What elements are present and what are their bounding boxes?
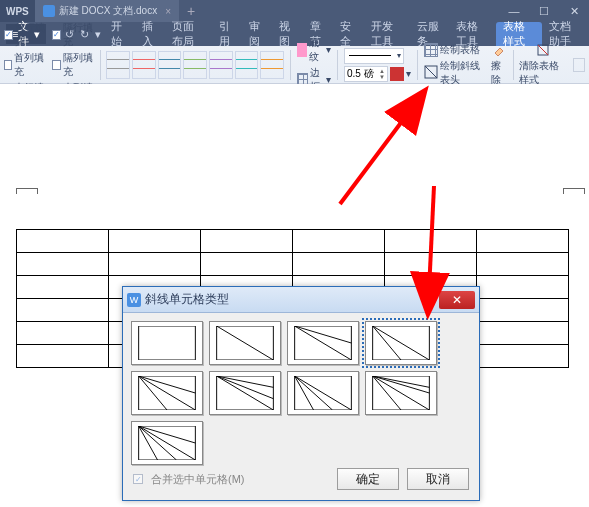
- cancel-button[interactable]: 取消: [407, 468, 469, 490]
- svg-line-11: [373, 326, 430, 360]
- merge-cells-label: 合并选中单元格(M): [151, 472, 245, 487]
- clear-style-button[interactable]: 清除表格样式: [519, 43, 567, 87]
- tab-security[interactable]: 安全: [333, 22, 363, 46]
- diag-type-7[interactable]: [365, 371, 437, 415]
- diag-type-none[interactable]: [131, 321, 203, 365]
- dialog-close-button[interactable]: ✕: [439, 291, 475, 309]
- diag-type-5[interactable]: [209, 371, 281, 415]
- svg-rect-4: [139, 326, 196, 360]
- table-style-6[interactable]: [235, 51, 259, 79]
- svg-line-20: [217, 376, 274, 399]
- ruler-mark-left: [16, 188, 38, 194]
- table-styles-gallery[interactable]: [106, 51, 284, 79]
- line-style-select[interactable]: ▾: [344, 48, 404, 64]
- svg-line-16: [139, 376, 167, 410]
- svg-line-23: [295, 376, 314, 410]
- diag-type-4[interactable]: [131, 371, 203, 415]
- svg-line-3: [538, 45, 548, 55]
- ruler-mark-right: [563, 188, 585, 194]
- diag-type-3[interactable]: [365, 321, 437, 365]
- draw-table-icon: [424, 43, 438, 57]
- diag-type-1[interactable]: [209, 321, 281, 365]
- ribbon: ✓首行填充 ✓隔行填充 首列填充 隔列填充 末行填充 末列填充 底纹▾ 边框▾ …: [0, 46, 589, 84]
- dialog-body: [123, 313, 479, 479]
- close-tab-icon[interactable]: ×: [165, 6, 171, 17]
- shading-button[interactable]: 底纹▾: [297, 36, 331, 64]
- diagonal-header-icon: [424, 65, 438, 81]
- svg-line-14: [139, 376, 196, 410]
- checkbox-banded-row[interactable]: ✓: [52, 30, 61, 40]
- tab-devtools[interactable]: 开发工具: [364, 22, 411, 46]
- svg-line-24: [295, 376, 333, 410]
- table-style-3[interactable]: [158, 51, 182, 79]
- tab-references[interactable]: 引用: [212, 22, 242, 46]
- svg-line-12: [373, 326, 401, 360]
- tab-layout[interactable]: 页面布局: [165, 22, 212, 46]
- document-title: 新建 DOCX 文档.docx: [59, 4, 157, 18]
- diagonal-cell-dialog: W 斜线单元格类型 ✕ ✓ 合并选中单元格(M) 确定 取消: [122, 286, 480, 501]
- svg-line-33: [139, 426, 177, 460]
- draw-table-button[interactable]: 绘制表格: [424, 43, 485, 57]
- dialog-titlebar: W 斜线单元格类型 ✕: [123, 287, 479, 313]
- svg-line-19: [217, 376, 274, 387]
- tab-insert[interactable]: 插入: [135, 22, 165, 46]
- table-style-5[interactable]: [209, 51, 233, 79]
- ok-button[interactable]: 确定: [337, 468, 399, 490]
- paint-bucket-icon: [297, 43, 307, 57]
- line-width-spinner[interactable]: ▲▼: [344, 66, 388, 82]
- draw-diagonal-button[interactable]: 绘制斜线表头: [424, 59, 485, 87]
- svg-line-27: [373, 376, 430, 393]
- new-tab-button[interactable]: +: [179, 3, 203, 19]
- quickbar-dropdown-icon[interactable]: ▾: [92, 28, 104, 41]
- eraser-icon: [492, 43, 506, 59]
- diag-type-6[interactable]: [287, 371, 359, 415]
- table-style-1[interactable]: [106, 51, 130, 79]
- wps-logo-icon: W: [127, 293, 141, 307]
- ribbon-tabs: 开始 插入 页面布局 引用 审阅 视图 章节 安全 开发工具 云服务 表格工具 …: [104, 22, 589, 46]
- tab-home[interactable]: 开始: [104, 22, 134, 46]
- svg-line-31: [139, 426, 196, 460]
- dialog-footer: ✓ 合并选中单元格(M) 确定 取消: [133, 468, 469, 490]
- svg-line-6: [217, 326, 274, 360]
- svg-line-22: [295, 376, 352, 410]
- svg-line-15: [139, 376, 196, 393]
- diag-type-2[interactable]: [287, 321, 359, 365]
- ribbon-collapse-button[interactable]: [573, 58, 585, 72]
- clear-style-icon: [536, 43, 550, 59]
- table-style-4[interactable]: [183, 51, 207, 79]
- svg-line-18: [217, 376, 274, 410]
- erase-button[interactable]: 擦除: [491, 43, 507, 87]
- dialog-title: 斜线单元格类型: [145, 291, 229, 308]
- pen-color-icon[interactable]: [390, 67, 404, 81]
- checkbox-first-col[interactable]: [4, 60, 12, 70]
- checkbox-banded-col[interactable]: [52, 60, 60, 70]
- table-style-7[interactable]: [260, 51, 284, 79]
- svg-line-8: [295, 326, 352, 360]
- svg-line-9: [295, 326, 352, 343]
- checkbox-first-row[interactable]: ✓: [4, 30, 13, 40]
- merge-cells-checkbox[interactable]: ✓: [133, 474, 143, 484]
- table-style-2[interactable]: [132, 51, 156, 79]
- svg-line-1: [425, 66, 437, 78]
- diag-type-8[interactable]: [131, 421, 203, 465]
- tab-review[interactable]: 审阅: [242, 22, 272, 46]
- svg-line-26: [373, 376, 430, 410]
- doc-icon: [43, 5, 55, 17]
